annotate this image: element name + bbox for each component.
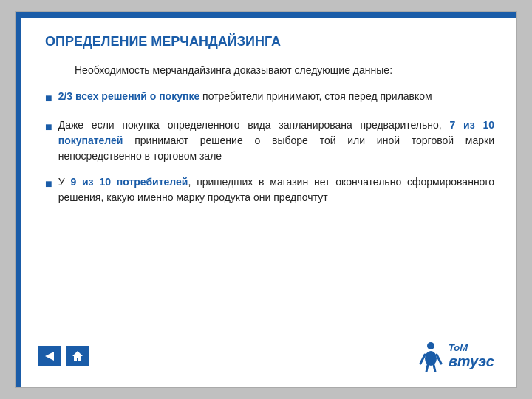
slide-title: ОПРЕДЕЛЕНИЕ МЕРЧАНДАЙЗИНГА — [45, 34, 494, 50]
svg-line-7 — [434, 365, 435, 372]
bullet-text-2: Даже если покупка определенного вида зап… — [58, 117, 494, 164]
svg-marker-1 — [72, 351, 83, 361]
bullet-item-3: ■ У 9 из 10 потребителей, пришедших в ма… — [45, 174, 494, 205]
svg-marker-0 — [45, 352, 54, 361]
logo-vtues: втуэс — [449, 353, 494, 370]
bullet-icon-1: ■ — [45, 89, 52, 107]
logo-area: ТоМ втуэс — [417, 340, 494, 372]
home-button[interactable] — [66, 346, 89, 366]
bullet-text-1: 2/3 всех решений о покупке потребители п… — [58, 89, 494, 104]
intro-text: Необходимость мерчандайзинга доказывают … — [45, 63, 494, 78]
bullet-item-2: ■ Даже если покупка определенного вида з… — [45, 117, 494, 164]
bullet-icon-3: ■ — [45, 175, 52, 193]
highlight-1: 2/3 всех решений о покупке — [58, 90, 200, 102]
highlight-3: 9 из 10 потребителей — [70, 176, 188, 188]
footer: ТоМ втуэс — [38, 332, 494, 372]
svg-line-5 — [437, 355, 441, 364]
nav-buttons — [38, 346, 89, 366]
highlight-2: 7 из 10 покупателей — [58, 119, 494, 146]
svg-point-3 — [425, 351, 437, 366]
bullet-item-1: ■ 2/3 всех решений о покупке потребители… — [45, 89, 494, 107]
svg-line-4 — [420, 355, 425, 364]
slide-content: Необходимость мерчандайзинга доказывают … — [45, 63, 494, 332]
logo-tom: ТоМ — [449, 342, 494, 353]
top-bar — [16, 12, 516, 18]
logo-text-group: ТоМ втуэс — [449, 342, 494, 370]
svg-line-6 — [426, 365, 428, 372]
left-bar — [16, 12, 21, 387]
back-button[interactable] — [38, 346, 61, 366]
svg-point-2 — [427, 342, 434, 349]
slide: ОПРЕДЕЛЕНИЕ МЕРЧАНДАЙЗИНГА Необходимость… — [15, 11, 517, 388]
logo-figure-icon — [417, 340, 444, 372]
bullet-text-3: У 9 из 10 потребителей, пришедших в мага… — [58, 174, 494, 205]
bullet-icon-2: ■ — [45, 118, 52, 136]
